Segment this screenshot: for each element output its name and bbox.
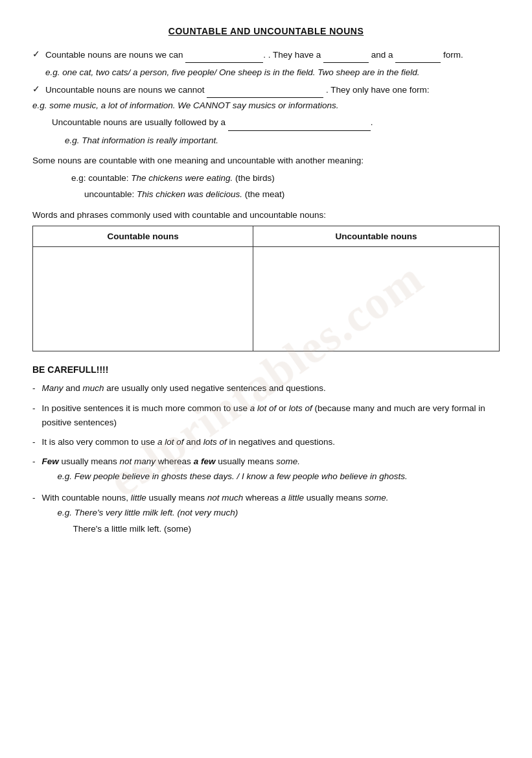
care-item-5: - With countable nouns, little usually m… [32, 491, 500, 536]
some-nouns-intro: Some nouns are countable with one meanin… [32, 154, 500, 169]
care-text-5: With countable nouns, little usually mea… [42, 491, 500, 536]
care-item-1: - Many and much are usually only used ne… [32, 381, 500, 396]
care-item-4: - Few usually means not many whereas a f… [32, 455, 500, 486]
page-title: COUNTABLE AND UNCOUNTABLE NOUNS [32, 26, 500, 36]
followed-by-text: Uncountable nouns are usually followed b… [52, 115, 500, 131]
uncountable-example: e.g. some music, a lot of information. W… [32, 101, 500, 110]
table-cell-countable [33, 247, 253, 351]
uncountable-rule-text: Uncountable nouns are nouns we cannot . … [45, 83, 430, 98]
care-item-3: - It is also very common to use a lot of… [32, 435, 500, 449]
table-header-uncountable: Uncountable nouns [253, 226, 500, 247]
dash-icon-4: - [32, 455, 36, 469]
dash-icon-3: - [32, 435, 36, 449]
little-example-2: There's a little milk left. (some) [73, 522, 500, 536]
dash-icon-2: - [32, 401, 36, 416]
be-careful-heading: BE CAREFULL!!!! [32, 364, 500, 375]
countable-rule-text: Countable nouns are nouns we can . . The… [45, 48, 463, 63]
followed-example: e.g. That information is really importan… [65, 134, 500, 148]
checkmark-icon-2: ✓ [32, 84, 40, 94]
uncountable-rule-row: ✓ Uncountable nouns are nouns we cannot … [32, 83, 500, 98]
dash-icon-5: - [32, 491, 36, 505]
dash-icon-1: - [32, 381, 36, 396]
table-intro: Words and phrases commonly used with cou… [32, 208, 500, 222]
table-row-empty [33, 247, 500, 351]
table-header-countable: Countable nouns [33, 226, 253, 247]
care-text-4: Few usually means not many whereas a few… [42, 455, 500, 486]
little-example-1: e.g. There's very little milk left. (not… [58, 506, 500, 520]
checkmark-icon: ✓ [32, 49, 40, 59]
countable-example: e.g. one cat, two cats/ a person, five p… [45, 65, 500, 80]
countable-eg: e.g: countable: The chickens were eating… [71, 171, 500, 185]
care-text-1: Many and much are usually only used nega… [42, 381, 500, 396]
table-cell-uncountable [253, 247, 500, 351]
countable-rule-row: ✓ Countable nouns are nouns we can . . T… [32, 48, 500, 63]
care-item-2: - In positive sentences it is much more … [32, 401, 500, 431]
uncountable-eg: uncountable: This chicken was delicious.… [84, 187, 500, 202]
care-text-2: In positive sentences it is much more co… [42, 401, 500, 431]
nouns-table: Countable nouns Uncountable nouns [32, 226, 500, 351]
care-text-3: It is also very common to use a lot of a… [42, 435, 500, 449]
few-example: e.g. Few people believe in ghosts these … [58, 469, 500, 484]
